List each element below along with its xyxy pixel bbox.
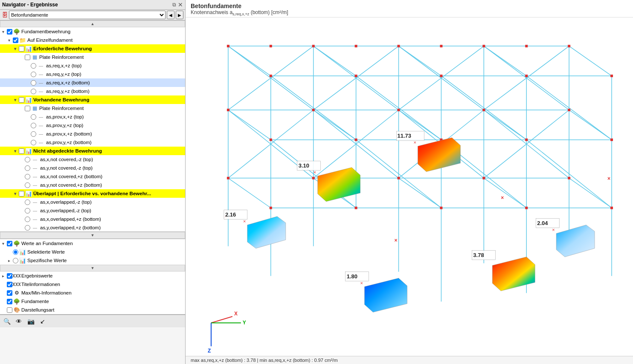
tree-item-vorhandene-bewehrung[interactable]: ▾📊Vorhandene Bewehrung (0, 95, 185, 104)
chevron-spezifische-werte[interactable]: ▸ (6, 258, 12, 263)
checkbox-fundamente[interactable] (7, 299, 12, 304)
tree-item-as-y-not-top[interactable]: —as,y,not covered,-z (top) (0, 164, 185, 172)
tree-item-plate-reinforcement-1[interactable]: ▦Plate Reinforcement (0, 53, 185, 61)
tree-item-auf-einzelfundament[interactable]: ▾📁Auf Einzelfundament (0, 36, 185, 44)
checkbox-plate-reinforcement-1[interactable] (25, 55, 30, 60)
tree-item-as-x-not-top[interactable]: —as,x,not covered,-z (top) (0, 155, 185, 164)
tree-item-as-prov-y-top[interactable]: —as,prov,y,+z (top) (0, 121, 185, 130)
arrow-toolbar-btn[interactable]: ↙ (38, 317, 47, 326)
tree-item-ergebniswerte[interactable]: ▸XXXErgebniswerte (0, 272, 185, 280)
tree-item-as-x-overlapped-top[interactable]: —as,x,overlapped,-z (top) (0, 198, 185, 206)
radio-as-x-overlapped-top[interactable] (25, 199, 30, 205)
nav-back-btn[interactable]: ◀ (167, 11, 174, 19)
checkbox-ueberlappt[interactable] (19, 191, 24, 196)
bottom-toolbar: 🔍 👁 📷 ↙ (0, 315, 185, 327)
radio-as-req-y-top[interactable] (31, 72, 36, 77)
radio-as-y-overlapped-bottom[interactable] (25, 225, 30, 231)
label-fundamentbewehrung: Fundamentbewehrung (20, 29, 185, 34)
checkbox-darstellungsart[interactable] (7, 307, 12, 313)
radio-as-y-overlapped-top[interactable] (25, 208, 30, 214)
tree-item-as-prov-x-bottom[interactable]: —as,prov,x,+z (bottom) (0, 130, 185, 138)
checkbox-fundamentbewehrung[interactable] (7, 29, 12, 35)
chevron-ueberlappt[interactable]: ▾ (12, 191, 18, 196)
tree-item-titelinformationen[interactable]: XXXTitelinformationen (0, 280, 185, 289)
radio-as-prov-x-bottom[interactable] (31, 131, 36, 137)
tree-item-as-y-overlapped-bottom[interactable]: —as,y,overlapped,+z (bottom) (0, 223, 185, 232)
svg-rect-94 (270, 139, 272, 141)
radio-as-req-y-bottom[interactable] (31, 89, 36, 94)
checkbox-plate-reinforcement-2[interactable] (25, 106, 30, 111)
radio-as-req-x-bottom[interactable] (31, 80, 36, 86)
result-icon: 📊 (25, 148, 32, 154)
tree-item-plate-reinforcement-2[interactable]: ▦Plate Reinforcement (0, 104, 185, 113)
radio-as-prov-y-bottom[interactable] (31, 140, 36, 145)
close-icon[interactable]: ✕ (178, 1, 183, 8)
radio-as-x-not-bottom[interactable] (25, 174, 30, 179)
tree-item-maxmin-informationen[interactable]: ⚙Max/Min-Informationen (0, 289, 185, 297)
svg-text:3.10: 3.10 (299, 162, 309, 169)
tree-item-erforderliche-bewehrung[interactable]: ▾📊Erforderliche Bewehrung (0, 44, 185, 53)
tree-item-as-x-not-bottom[interactable]: —as,x,not covered,+z (bottom) (0, 172, 185, 181)
tree-item-fundamente[interactable]: 🌳Fundamente (0, 297, 185, 306)
radio-selektierte-werte[interactable] (13, 249, 18, 255)
svg-rect-84 (270, 75, 272, 77)
radio-spezifische-werte[interactable] (13, 258, 18, 263)
svg-text:2.16: 2.16 (225, 211, 236, 218)
search-toolbar-btn[interactable]: 🔍 (2, 317, 12, 326)
svg-rect-92 (482, 109, 485, 111)
panel-header: Navigator - Ergebnisse ⧉ ✕ (0, 0, 185, 10)
structural-viewport: × × × × × 2. (186, 17, 633, 356)
radio-as-x-overlapped-bottom[interactable] (25, 217, 30, 222)
checkbox-titelinformationen[interactable] (7, 282, 12, 287)
tree-item-as-prov-y-bottom[interactable]: —as,prov,y,+z (bottom) (0, 138, 185, 147)
checkbox-vorhandene-bewehrung[interactable] (19, 97, 24, 103)
nav-fwd-btn[interactable]: ▶ (176, 11, 183, 19)
tree-item-as-req-x-top[interactable]: —as,req,x,+z (top) (0, 61, 185, 70)
checkbox-erforderliche-bewehrung[interactable] (19, 46, 24, 52)
tree-item-spezifische-werte[interactable]: ▸📊Spezifische Werte (0, 256, 185, 265)
tree-item-darstellungsart[interactable]: 🎨Darstellungsart (0, 306, 185, 314)
scroll-up-btn[interactable]: ▲ (0, 20, 185, 27)
checkbox-werte-fundamente[interactable] (7, 241, 12, 246)
tree-item-as-req-y-bottom[interactable]: —as,req,y,+z (bottom) (0, 87, 185, 95)
tree-item-selektierte-werte[interactable]: 📊Selektierte Werte (0, 248, 185, 256)
radio-as-x-not-top[interactable] (25, 157, 30, 162)
radio-as-prov-x-top[interactable] (31, 114, 36, 120)
main-tree: ▾🌳Fundamentbewehrung▾📁Auf Einzelfundamen… (0, 27, 185, 232)
scroll-down-btn[interactable]: ▼ (0, 232, 185, 239)
chevron-werte-fundamente[interactable]: ▾ (0, 241, 6, 246)
tree-item-as-y-not-bottom[interactable]: —as,y,not covered,+z (bottom) (0, 181, 185, 189)
checkbox-maxmin-informationen[interactable] (7, 290, 12, 296)
main-area: Betonfundamente Knotennachweis as,req,x,… (186, 0, 633, 364)
tree-item-as-req-y-top[interactable]: —as,req,y,+z (top) (0, 70, 185, 78)
radio-as-prov-y-top[interactable] (31, 123, 36, 128)
chevron-vorhandene-bewehrung[interactable]: ▾ (12, 98, 18, 102)
label-ueberlappt: Überlappt | Erforderliche vs. vorhandene… (32, 191, 185, 196)
tree-item-fundamentbewehrung[interactable]: ▾🌳Fundamentbewehrung (0, 27, 185, 36)
tree-item-as-req-x-bottom[interactable]: —as,req,x,+z (bottom) (0, 78, 185, 87)
tree-item-as-y-overlapped-top[interactable]: —as,y,overlapped,-z (top) (0, 206, 185, 215)
chevron-nicht-abgedeckte[interactable]: ▾ (12, 149, 18, 153)
tree-item-nicht-abgedeckte[interactable]: ▾📊Nicht abgedeckte Bewehrung (0, 147, 185, 155)
restore-icon[interactable]: ⧉ (172, 2, 176, 8)
chevron-erforderliche-bewehrung[interactable]: ▾ (12, 46, 18, 51)
checkbox-auf-einzelfundament[interactable] (13, 38, 18, 43)
eye-toolbar-btn[interactable]: 👁 (14, 317, 23, 326)
radio-as-y-not-bottom[interactable] (25, 182, 30, 188)
combo-select[interactable]: Betonfundamente (9, 11, 166, 19)
tree-item-werte-fundamente[interactable]: ▾🌳Werte an Fundamenten (0, 239, 185, 248)
camera-toolbar-btn[interactable]: 📷 (26, 317, 35, 326)
chevron-fundamentbewehrung[interactable]: ▾ (0, 29, 6, 34)
tree-item-as-prov-x-top[interactable]: —as,prov,x,+z (top) (0, 113, 185, 121)
checkbox-ergebniswerte[interactable] (7, 273, 12, 279)
radio-as-req-x-top[interactable] (31, 63, 36, 69)
scroll-down-btn2[interactable]: ▼ (0, 265, 185, 272)
tree-item-as-x-overlapped-bottom[interactable]: —as,x,overlapped,+z (bottom) (0, 215, 185, 223)
panel-header-icons: ⧉ ✕ (172, 1, 183, 8)
chevron-auf-einzelfundament[interactable]: ▾ (6, 38, 12, 43)
tree-item-ueberlappt[interactable]: ▾📊Überlappt | Erforderliche vs. vorhande… (0, 189, 185, 198)
checkbox-nicht-abgedeckte[interactable] (19, 148, 24, 154)
radio-as-y-not-top[interactable] (25, 165, 30, 171)
dash-as-y-overlapped-bottom: — (31, 225, 39, 230)
chevron-ergebniswerte[interactable]: ▸ (0, 274, 6, 278)
